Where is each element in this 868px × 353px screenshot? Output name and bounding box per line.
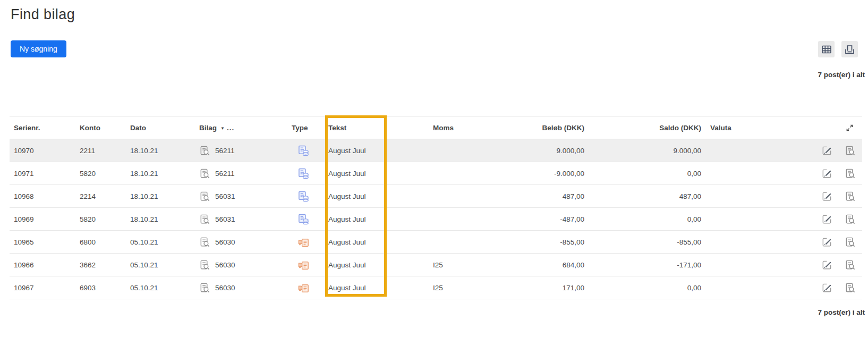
- cell-moms: [433, 139, 483, 162]
- edit-entry-button[interactable]: [819, 139, 834, 162]
- cell-valuta: [710, 231, 758, 253]
- cell-serienr: 10969: [14, 208, 72, 230]
- page-title: Find bilag: [11, 6, 75, 23]
- cell-dato: 18.10.21: [130, 208, 191, 230]
- voucher-search-icon[interactable]: [199, 191, 210, 202]
- view-voucher-button[interactable]: [843, 208, 857, 230]
- cell-serienr: 10967: [14, 276, 72, 299]
- view-voucher-button[interactable]: [843, 139, 857, 162]
- table-header: Serienr. Konto Dato Bilag ▼ ... Type Tek…: [10, 116, 862, 139]
- column-options-button[interactable]: ...: [227, 124, 234, 132]
- edit-entry-button[interactable]: [819, 276, 834, 299]
- sort-descending-icon[interactable]: ▼: [220, 126, 225, 131]
- cell-saldo: 0,00: [611, 208, 701, 230]
- edit-icon: [821, 145, 832, 156]
- cell-belob: -9.000,00: [494, 162, 584, 184]
- finance-entry-type-icon: [297, 167, 310, 180]
- column-header-konto: Konto: [80, 116, 125, 139]
- cell-type: [292, 162, 315, 184]
- column-header-serienr: Serienr.: [14, 116, 72, 139]
- cell-konto: 2211: [80, 139, 125, 162]
- edit-entry-button[interactable]: [819, 231, 834, 253]
- cell-serienr: 10970: [14, 139, 72, 162]
- edit-entry-button[interactable]: [819, 162, 834, 184]
- view-voucher-button[interactable]: [843, 276, 857, 299]
- expand-table-button[interactable]: [841, 116, 857, 139]
- cell-valuta: [710, 208, 758, 230]
- column-header-tekst: Tekst: [328, 116, 416, 139]
- cell-konto: 3662: [80, 254, 125, 276]
- results-table: Serienr. Konto Dato Bilag ▼ ... Type Tek…: [10, 116, 862, 299]
- edit-entry-button[interactable]: [819, 185, 834, 207]
- table-row: 10965 6800 05.10.21 56030 August Juul -8…: [10, 231, 862, 254]
- column-header-dato: Dato: [130, 116, 191, 139]
- edit-icon: [821, 191, 832, 202]
- cell-belob: 9.000,00: [494, 139, 584, 162]
- cell-tekst: August Juul: [328, 254, 416, 276]
- voucher-search-icon[interactable]: [199, 282, 210, 293]
- voucher-search-icon[interactable]: [199, 259, 210, 271]
- table-row: 10968 2214 18.10.21 56031 August Juul 48…: [10, 185, 862, 208]
- edit-icon: [821, 282, 832, 293]
- cell-dato: 18.10.21: [130, 162, 191, 184]
- cell-moms: I25: [433, 254, 483, 276]
- view-voucher-button[interactable]: [843, 231, 857, 253]
- cell-bilag: 56031: [199, 208, 284, 230]
- document-search-icon: [845, 282, 856, 293]
- column-header-bilag[interactable]: Bilag ▼ ...: [199, 116, 284, 139]
- table-view-button[interactable]: [818, 41, 835, 57]
- cell-moms: [433, 162, 483, 184]
- table-row: 10969 5820 18.10.21 56031 August Juul -4…: [10, 208, 862, 231]
- cell-dato: 18.10.21: [130, 139, 191, 162]
- cell-tekst: August Juul: [328, 162, 416, 184]
- cell-konto: 6903: [80, 276, 125, 299]
- cell-bilag: 56211: [199, 139, 284, 162]
- document-search-icon: [845, 237, 856, 248]
- cell-bilag: 56030: [199, 231, 284, 253]
- cell-serienr: 10971: [14, 162, 72, 184]
- finance-entry-type-icon: [297, 145, 310, 157]
- cell-konto: 5820: [80, 208, 125, 230]
- voucher-search-icon[interactable]: [199, 214, 210, 225]
- cell-tekst: August Juul: [328, 231, 416, 253]
- voucher-search-icon[interactable]: [199, 145, 210, 156]
- view-voucher-button[interactable]: [843, 162, 857, 184]
- bilag-number: 56031: [215, 215, 235, 223]
- cell-type: [292, 208, 315, 230]
- table-row: 10966 3662 05.10.21 56030 August Juul I2…: [10, 254, 862, 276]
- edit-icon: [821, 214, 832, 225]
- print-button[interactable]: [841, 41, 858, 57]
- bilag-number: 56030: [215, 284, 235, 292]
- cell-saldo: 487,00: [611, 185, 701, 207]
- cell-type: [292, 254, 315, 276]
- bilag-header-label: Bilag: [199, 124, 217, 132]
- cell-saldo: -855,00: [611, 231, 701, 253]
- table-body: 10970 2211 18.10.21 56211 August Juul 9.…: [10, 139, 862, 299]
- cell-saldo: -171,00: [611, 254, 701, 276]
- cell-serienr: 10966: [14, 254, 72, 276]
- cell-konto: 5820: [80, 162, 125, 184]
- expand-icon: [846, 124, 854, 132]
- bilag-number: 56031: [215, 192, 235, 200]
- cell-bilag: 56031: [199, 185, 284, 207]
- document-search-icon: [845, 191, 856, 202]
- cell-dato: 18.10.21: [130, 185, 191, 207]
- voucher-search-icon[interactable]: [199, 168, 210, 179]
- view-voucher-button[interactable]: [843, 185, 857, 207]
- cell-type: [292, 185, 315, 207]
- finance-entry-type-icon: [297, 190, 310, 203]
- document-search-icon: [845, 214, 856, 225]
- bilag-number: 56211: [215, 170, 235, 178]
- voucher-search-icon[interactable]: [199, 237, 210, 248]
- cell-moms: I25: [433, 276, 483, 299]
- bilag-number: 56030: [215, 238, 235, 246]
- purchase-entry-type-icon: [297, 282, 310, 294]
- edit-entry-button[interactable]: [819, 254, 834, 276]
- cell-bilag: 56030: [199, 254, 284, 276]
- column-header-moms: Moms: [433, 116, 483, 139]
- table-row: 10971 5820 18.10.21 56211 August Juul -9…: [10, 162, 862, 185]
- edit-entry-button[interactable]: [819, 208, 834, 230]
- new-search-button[interactable]: Ny søgning: [11, 40, 66, 57]
- document-search-icon: [845, 168, 856, 179]
- view-voucher-button[interactable]: [843, 254, 857, 276]
